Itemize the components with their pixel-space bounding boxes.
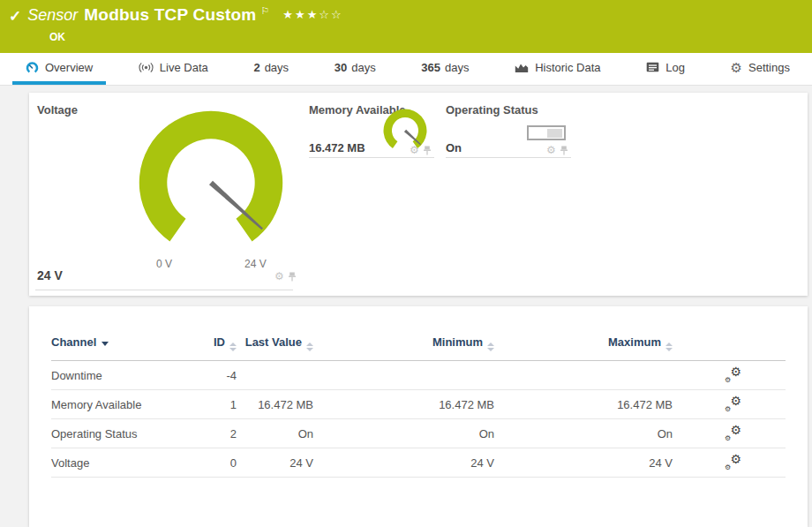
sort-icon [306,343,313,351]
channel-minimum-cell: 24 V [313,448,494,478]
channel-settings-icon[interactable]: ⚙⚙ [726,367,741,381]
column-header-channel[interactable]: Channel [51,329,192,361]
channel-settings-icon[interactable]: ⚙⚙ [726,396,741,410]
pin-icon[interactable] [288,272,297,282]
channel-id-cell: 0 [192,448,237,478]
channel-maximum-cell: 16.472 MB [494,390,673,419]
column-header-maximum[interactable]: Maximum [494,329,673,361]
channel-actions-cell: ⚙⚙ [673,419,786,448]
pin-icon[interactable] [423,146,432,155]
ok-check-icon: ✓ [9,7,21,26]
log-icon [646,62,659,72]
channel-actions-cell: ⚙⚙ [673,361,786,390]
tab-label: Live Data [160,61,208,74]
column-header-last-value[interactable]: Last Value [237,329,313,361]
tab-365-days[interactable]: 365 days [408,53,482,85]
tab-label: Log [665,61,685,74]
gauge-icon [26,61,39,74]
pin-icon[interactable] [560,146,568,155]
tab-label: Settings [748,61,790,74]
column-header-id[interactable]: ID [192,329,237,361]
channel-last-value-cell: On [237,419,313,448]
voltage-gauge [135,107,287,259]
sensor-title-line: ✓ Sensor Modbus TCP Custom ⚐ ★★★☆☆ [9,5,343,25]
tab-bar: Overview Live Data 2 days 30 days 365 da… [0,53,812,86]
divider [35,290,293,290]
channel-id-cell: -4 [192,361,237,390]
channel-name-cell[interactable]: Operating Status [51,419,192,448]
channels-panel: Channel ID Last Value Minimum Maximum [29,306,808,527]
gear-icon[interactable]: ⚙ [546,145,556,155]
gear-icon: ⚙ [731,61,742,74]
tab-label: Historic Data [535,61,600,74]
channel-actions-cell: ⚙⚙ [673,390,786,419]
column-header-minimum[interactable]: Minimum [313,329,494,361]
channel-row: Voltage 0 24 V 24 V 24 V ⚙⚙ [51,448,786,478]
voltage-value: 24 V [37,268,63,282]
channel-actions-cell: ⚙⚙ [673,448,786,478]
sort-icon [229,343,237,351]
live-data-icon [139,62,154,73]
channel-last-value-cell: 24 V [237,448,313,478]
tab-settings[interactable]: ⚙ Settings [718,53,803,85]
gear-icon[interactable]: ⚙ [410,145,419,155]
tab-overview[interactable]: Overview [12,53,106,85]
sort-icon [665,343,673,351]
tab-historic-data[interactable]: Historic Data [501,53,613,85]
tab-2-days[interactable]: 2 days [240,53,302,85]
voltage-gauge-title: Voltage [37,103,78,117]
channel-maximum-cell: On [494,419,673,448]
toggle-switch-icon [527,125,566,140]
channel-row: Operating Status 2 On On On ⚙⚙ [51,419,786,448]
gear-icon[interactable]: ⚙ [274,271,284,282]
tab-label: days [351,61,375,74]
status-badge: OK [49,31,65,43]
divider [309,157,434,158]
channel-name-cell[interactable]: Voltage [51,448,192,478]
memory-value: 16.472 MB [309,141,365,154]
tab-live-data[interactable]: Live Data [125,53,222,85]
channel-minimum-cell: 16.472 MB [313,390,494,419]
channel-settings-icon[interactable]: ⚙⚙ [726,425,741,440]
channel-id-cell: 2 [192,419,237,448]
tab-number: 2 [253,61,259,74]
voltage-scale-min: 0 V [156,258,172,270]
tab-label: days [265,61,289,74]
sort-icon [487,343,494,351]
channel-last-value-cell [237,361,313,390]
flag-icon[interactable]: ⚐ [260,5,269,17]
sort-desc-icon [102,342,109,346]
operating-status-value: On [446,141,462,154]
channel-minimum-cell [313,361,494,390]
tab-label: days [445,61,469,74]
channel-row: Downtime -4 ⚙⚙ [51,361,786,390]
voltage-scale-max: 24 V [244,258,267,270]
tab-30-days[interactable]: 30 days [321,53,389,85]
tab-number: 30 [335,61,347,74]
toggle-knob [547,129,562,138]
channel-table: Channel ID Last Value Minimum Maximum [51,329,786,478]
operating-block-actions: ⚙ [546,145,568,155]
divider [446,157,571,158]
memory-block-actions: ⚙ [410,145,432,155]
channel-name-cell[interactable]: Memory Available [51,390,192,419]
historic-data-icon [515,62,529,73]
voltage-block-actions: ⚙ [274,271,297,282]
operating-status-title: Operating Status [446,103,538,117]
channel-maximum-cell [494,361,673,390]
tab-number: 365 [421,61,440,74]
channel-maximum-cell: 24 V [494,448,673,478]
channel-table-body: Downtime -4 ⚙⚙ Memory Available 1 16.472… [51,361,786,478]
object-kind-label: Sensor [27,6,78,25]
tab-log[interactable]: Log [633,53,698,85]
sensor-title: Modbus TCP Custom [84,5,256,25]
channel-settings-icon[interactable]: ⚙⚙ [726,455,741,469]
priority-stars[interactable]: ★★★☆☆ [282,8,342,21]
channel-id-cell: 1 [192,390,237,419]
channel-row: Memory Available 1 16.472 MB 16.472 MB 1… [51,390,786,419]
channel-name-cell[interactable]: Downtime [51,361,192,390]
gauges-panel: Voltage 0 V 24 V 24 V ⚙ Memory Available… [29,93,808,296]
channel-minimum-cell: On [313,419,494,448]
tab-label: Overview [45,61,93,74]
column-header-actions [673,329,786,361]
